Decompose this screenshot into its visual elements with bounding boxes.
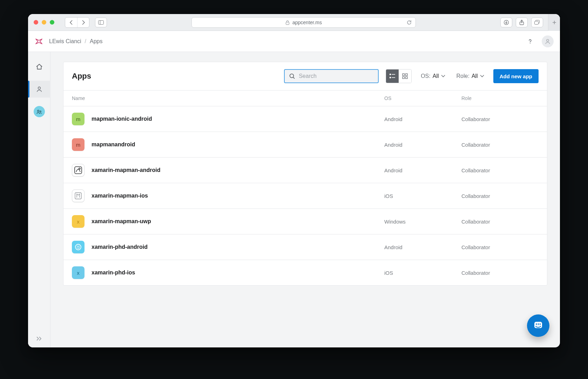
os-filter-value: All: [433, 73, 439, 79]
app-icon: m: [72, 113, 85, 125]
table-row[interactable]: mmapman-ionic-androidAndroidCollaborator: [63, 106, 547, 132]
app-name: mapman-ionic-android: [92, 116, 152, 122]
new-tab-button[interactable]: [548, 14, 560, 31]
col-os[interactable]: OS: [384, 95, 461, 101]
back-button[interactable]: [65, 18, 77, 27]
app-os: Android: [384, 167, 461, 173]
app-os: Android: [384, 142, 461, 148]
search-input[interactable]: Search: [284, 69, 379, 83]
account-avatar[interactable]: [542, 35, 554, 47]
app-header: LEwis Cianci / Apps: [28, 31, 560, 52]
role-filter-value: All: [472, 73, 478, 79]
list-view-button[interactable]: [386, 69, 399, 83]
chevron-down-icon: [480, 75, 484, 78]
search-icon: [289, 73, 299, 79]
svg-rect-21: [406, 77, 408, 79]
app-os: iOS: [384, 270, 461, 276]
breadcrumb-separator: /: [85, 38, 86, 45]
app-name: xamarin-phd-android: [92, 244, 148, 250]
share-button[interactable]: [516, 18, 528, 27]
app-name: xamarin-mapman-android: [92, 167, 160, 173]
tabs-button[interactable]: [531, 18, 543, 27]
svg-rect-6: [535, 21, 539, 24]
role-filter-label: Role:: [457, 73, 469, 79]
expand-nav-button[interactable]: [36, 336, 43, 341]
nav-user[interactable]: [28, 81, 50, 98]
svg-point-12: [290, 74, 294, 78]
apps-table-body: mmapman-ionic-androidAndroidCollaborator…: [63, 106, 547, 285]
help-button[interactable]: [524, 35, 536, 47]
chevron-down-icon: [441, 75, 445, 78]
svg-rect-16: [390, 77, 391, 78]
table-row[interactable]: xamarin-phd-androidAndroidCollaborator: [63, 234, 547, 260]
app-icon: m: [72, 138, 85, 151]
search-placeholder: Search: [299, 73, 317, 79]
breadcrumb-section[interactable]: Apps: [90, 38, 102, 45]
role-filter[interactable]: Role: All: [454, 70, 486, 82]
svg-rect-29: [540, 323, 540, 325]
app-role: Collaborator: [461, 116, 539, 122]
table-row[interactable]: xxamarin-phd-iosiOSCollaborator: [63, 260, 547, 285]
svg-point-10: [37, 110, 39, 112]
svg-rect-2: [286, 22, 289, 25]
app-os: iOS: [384, 193, 461, 199]
svg-rect-28: [538, 323, 539, 325]
app-name: mapmanandroid: [92, 141, 135, 148]
col-role[interactable]: Role: [461, 95, 539, 101]
svg-rect-14: [390, 74, 391, 75]
browser-window: appcenter.ms: [28, 14, 560, 347]
os-filter-label: OS:: [421, 73, 431, 79]
table-row[interactable]: mmapmanandroidAndroidCollaborator: [63, 132, 547, 158]
grid-view-button[interactable]: [399, 69, 411, 83]
table-row[interactable]: xamarin-mapman-iosiOSCollaborator: [63, 183, 547, 209]
forward-button[interactable]: [77, 18, 89, 27]
svg-point-8: [547, 39, 549, 41]
intercom-launcher[interactable]: [527, 314, 549, 337]
sidebar-toggle-button[interactable]: [95, 18, 107, 27]
col-name[interactable]: Name: [72, 95, 384, 101]
downloads-button[interactable]: [500, 18, 512, 27]
svg-point-7: [530, 43, 530, 44]
svg-point-25: [75, 244, 81, 250]
app-icon: [72, 164, 85, 177]
breadcrumb-user[interactable]: LEwis Cianci: [49, 38, 81, 45]
close-window-button[interactable]: [34, 20, 38, 25]
view-toggle: [386, 69, 412, 83]
breadcrumb: LEwis Cianci / Apps: [49, 38, 103, 45]
app-os: Android: [384, 116, 461, 122]
app-icon: [72, 190, 85, 202]
app-icon: x: [72, 266, 85, 279]
svg-rect-24: [75, 193, 81, 199]
nav-back-forward: [65, 17, 89, 28]
table-row[interactable]: xamarin-mapman-androidAndroidCollaborato…: [63, 158, 547, 183]
os-filter[interactable]: OS: All: [419, 70, 447, 82]
zoom-window-button[interactable]: [50, 20, 54, 25]
table-row[interactable]: xxamarin-mapman-uwpWindowsCollaborator: [63, 209, 547, 234]
app-os: Android: [384, 244, 461, 250]
appcenter-logo-icon[interactable]: [34, 37, 43, 46]
app-role: Collaborator: [461, 142, 539, 148]
app-role: Collaborator: [461, 244, 539, 250]
app-name: xamarin-phd-ios: [92, 270, 135, 276]
nav-org[interactable]: [28, 103, 50, 120]
address-bar[interactable]: appcenter.ms: [191, 17, 416, 28]
svg-rect-27: [536, 323, 537, 325]
app-os: Windows: [384, 219, 461, 225]
app-role: Collaborator: [461, 219, 539, 225]
reload-icon[interactable]: [406, 20, 412, 25]
minimize-window-button[interactable]: [42, 20, 46, 25]
page-title: Apps: [72, 72, 91, 81]
app-name: xamarin-mapman-uwp: [92, 218, 151, 225]
window-controls: [34, 20, 54, 25]
app-role: Collaborator: [461, 270, 539, 276]
nav-home[interactable]: [28, 58, 50, 75]
app-name: xamarin-mapman-ios: [92, 193, 148, 199]
app-role: Collaborator: [461, 193, 539, 199]
left-nav: [28, 52, 50, 347]
svg-rect-19: [406, 74, 408, 76]
lock-icon: [285, 20, 290, 25]
add-new-app-button[interactable]: Add new app: [493, 69, 539, 83]
table-header: Name OS Role: [63, 90, 547, 106]
address-bar-text: appcenter.ms: [292, 20, 322, 25]
app-icon: [72, 241, 85, 253]
